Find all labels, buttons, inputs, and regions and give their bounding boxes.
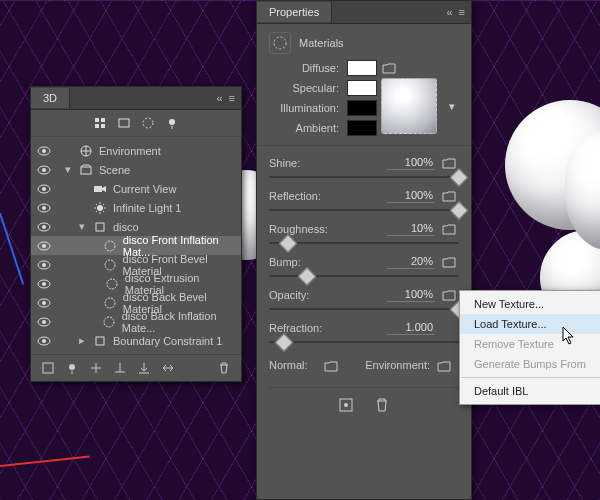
material-mode-icon[interactable] (269, 32, 291, 54)
svg-point-14 (42, 187, 46, 191)
tree-row[interactable]: Current View (31, 179, 241, 198)
visibility-eye-icon[interactable] (37, 241, 51, 251)
mat-icon (103, 258, 117, 272)
trash-icon[interactable] (217, 361, 231, 375)
filter-meshes-icon[interactable] (117, 116, 131, 130)
svg-point-8 (42, 149, 46, 153)
tab-properties[interactable]: Properties (257, 2, 332, 22)
normal-texture-icon[interactable] (323, 359, 339, 373)
material-preview[interactable] (381, 78, 437, 134)
slider-track[interactable] (269, 203, 459, 217)
label-ambient: Ambient: (269, 122, 341, 134)
visibility-eye-icon[interactable] (37, 165, 51, 175)
specular-swatch[interactable] (347, 80, 377, 96)
tree-row[interactable]: Infinite Light 1 (31, 198, 241, 217)
svg-point-33 (105, 298, 115, 308)
svg-point-17 (42, 206, 46, 210)
slider-row: Reflection:100% (269, 188, 459, 203)
materials-heading: Materials (299, 37, 344, 49)
mat-icon (103, 239, 117, 253)
diffuse-texture-icon[interactable] (381, 61, 397, 75)
ground-plane-icon[interactable] (113, 361, 127, 375)
panel-menu-icon[interactable]: ≡ (459, 6, 465, 18)
material-preset-chevron-icon[interactable]: ▾ (449, 100, 455, 113)
slider-thumb[interactable] (450, 168, 468, 186)
visibility-eye-icon[interactable] (37, 336, 51, 346)
visibility-eye-icon[interactable] (37, 279, 51, 289)
slider-value[interactable]: 100% (387, 287, 435, 302)
trash-icon[interactable] (373, 396, 391, 414)
panel-properties-footer (269, 387, 459, 414)
slider-texture-icon[interactable] (441, 156, 457, 170)
ambient-swatch[interactable] (347, 120, 377, 136)
label-environment: Environment: (352, 359, 430, 373)
slide-icon[interactable] (161, 361, 175, 375)
disclosure-triangle-icon[interactable]: ▸ (77, 334, 87, 347)
visibility-eye-icon[interactable] (37, 203, 51, 213)
render-settings-icon[interactable] (337, 396, 355, 414)
panel-menu-icon[interactable]: ≡ (229, 92, 235, 104)
slider-value[interactable]: 10% (387, 221, 435, 236)
disclosure-triangle-icon[interactable]: ▾ (77, 220, 87, 233)
slider-thumb[interactable] (275, 333, 293, 351)
slider-value[interactable]: 20% (387, 254, 435, 269)
visibility-eye-icon[interactable] (37, 184, 51, 194)
add-object-icon[interactable] (89, 361, 103, 375)
tree-row[interactable]: Environment (31, 141, 241, 160)
visibility-eye-icon[interactable] (37, 298, 51, 308)
slider-texture-icon[interactable] (441, 255, 457, 269)
move-to-ground-icon[interactable] (137, 361, 151, 375)
disclosure-triangle-icon[interactable]: ▾ (63, 163, 73, 176)
slider-thumb[interactable] (450, 201, 468, 219)
collapse-arrows-icon[interactable]: « (446, 6, 452, 18)
slider-texture-icon[interactable] (441, 189, 457, 203)
svg-rect-15 (94, 186, 102, 192)
slider-value[interactable]: 100% (387, 188, 435, 203)
visibility-eye-icon[interactable] (37, 146, 51, 156)
tree-row[interactable]: disco Back Inflation Mate... (31, 312, 241, 331)
slider-track[interactable] (269, 302, 459, 316)
svg-point-11 (42, 168, 46, 172)
svg-point-36 (104, 317, 114, 327)
visibility-eye-icon[interactable] (37, 260, 51, 270)
environment-texture-icon[interactable] (436, 359, 452, 373)
tree-row-label: Infinite Light 1 (113, 202, 182, 214)
light-icon (93, 201, 107, 215)
svg-point-24 (105, 241, 115, 251)
slider-label: Opacity: (269, 289, 341, 301)
illumination-swatch[interactable] (347, 100, 377, 116)
filter-materials-icon[interactable] (141, 116, 155, 130)
diffuse-swatch[interactable] (347, 60, 377, 76)
slider-thumb[interactable] (298, 267, 316, 285)
slider-thumb[interactable] (279, 234, 297, 252)
visibility-eye-icon[interactable] (37, 222, 51, 232)
slider-texture-icon[interactable] (441, 288, 457, 302)
tab-3d[interactable]: 3D (31, 88, 70, 108)
filter-lights-icon[interactable] (165, 116, 179, 130)
slider-value[interactable]: 1.000 (387, 320, 435, 335)
new-layer-icon[interactable] (41, 361, 55, 375)
filter-scene-icon[interactable] (93, 116, 107, 130)
slider-value[interactable]: 100% (387, 155, 435, 170)
slider-track[interactable] (269, 269, 459, 283)
panel-3d-filter-toolbar (31, 110, 241, 137)
menu-item[interactable]: Default IBL (460, 381, 600, 401)
collapse-arrows-icon[interactable]: « (216, 92, 222, 104)
svg-point-29 (42, 282, 46, 286)
slider-track[interactable] (269, 170, 459, 184)
slider-track[interactable] (269, 335, 459, 349)
env-icon (79, 144, 93, 158)
slider-row: Opacity:100% (269, 287, 459, 302)
svg-point-44 (344, 403, 348, 407)
tree-row-label: disco Back Inflation Mate... (122, 310, 235, 334)
menu-item[interactable]: Load Texture... (460, 314, 600, 334)
slider-texture-icon[interactable] (441, 222, 457, 236)
menu-item[interactable]: New Texture... (460, 294, 600, 314)
tree-row[interactable]: ▸Boundary Constraint 1 (31, 331, 241, 350)
tree-row[interactable]: ▾Scene (31, 160, 241, 179)
visibility-eye-icon[interactable] (37, 317, 51, 327)
slider-row: Refraction:1.000 (269, 320, 459, 335)
slider-label: Shine: (269, 157, 341, 169)
slider-track[interactable] (269, 236, 459, 250)
new-light-icon[interactable] (65, 361, 79, 375)
